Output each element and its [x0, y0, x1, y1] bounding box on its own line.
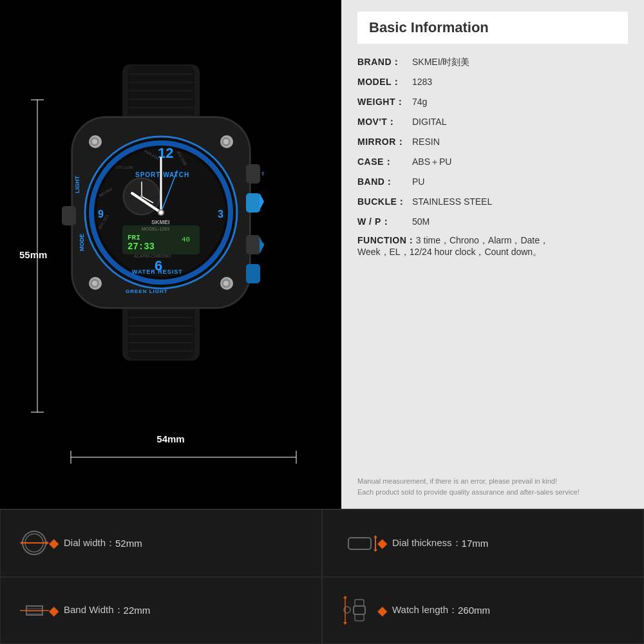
- svg-text:SPORT WATCH: SPORT WATCH: [135, 171, 189, 178]
- model-value: 1283: [412, 75, 432, 89]
- dial-thickness-label: Dial thickness：: [392, 537, 462, 549]
- info-row-mirror: MIRROR： RESIN: [357, 135, 628, 149]
- dial-width-label: Dial width：: [64, 537, 115, 549]
- movt-label: MOV'T：: [357, 115, 412, 129]
- watch-image: START RESET 12 6 9 3: [58, 64, 264, 361]
- brand-value: SKMEI/时刻美: [412, 55, 469, 69]
- width-dimension: 54mm: [156, 433, 184, 444]
- band-width-label: Band Width：: [64, 604, 124, 616]
- svg-text:40: 40: [182, 236, 190, 243]
- svg-rect-39: [246, 264, 260, 283]
- info-row-weight: WEIGHT： 74g: [357, 95, 628, 109]
- dial-width-icon: [20, 529, 49, 558]
- function-value: 3 time，Chrono，Alarm，Date，: [416, 235, 549, 247]
- svg-text:GREEN LIGHT: GREEN LIGHT: [126, 289, 168, 294]
- info-row-buckle: BUCKLE： STAINLESS STEEL: [357, 195, 628, 209]
- svg-text:MODEL-1283: MODEL-1283: [142, 227, 169, 231]
- spec-cell-watch-length: ◆ Watch length： 260mm: [322, 577, 644, 645]
- function-label: FUNCTION：: [357, 235, 416, 247]
- svg-rect-98: [354, 606, 365, 614]
- top-section: 55mm 54mm: [0, 0, 644, 509]
- svg-rect-36: [246, 164, 260, 184]
- wp-label: W / P：: [357, 215, 412, 229]
- svg-text:MODE: MODE: [79, 234, 85, 251]
- info-row-brand: BRAND： SKMEI/时刻美: [357, 55, 628, 69]
- dial-width-value: 52mm: [115, 538, 142, 549]
- info-row-function: FUNCTION： 3 time，Chrono，Alarm，Date， Week…: [357, 235, 628, 258]
- band-label: BAND：: [357, 175, 412, 189]
- watch-area: 55mm 54mm: [0, 0, 341, 509]
- buckle-value: STAINLESS STEEL: [412, 195, 492, 209]
- info-title-box: Basic Information: [357, 12, 628, 44]
- info-row-movt: MOV'T： DIGITAL: [357, 115, 628, 129]
- weight-value: 74g: [412, 95, 427, 109]
- spec-cell-dial-thickness: ◆ Dial thickness： 17mm: [322, 509, 644, 577]
- watch-length-value: 260mm: [458, 605, 490, 616]
- svg-marker-103: [343, 596, 347, 598]
- svg-point-58: [140, 195, 143, 198]
- svg-rect-99: [355, 600, 364, 606]
- svg-text:9: 9: [98, 209, 104, 220]
- buckle-label: BUCKLE：: [357, 195, 412, 209]
- svg-text:FRI: FRI: [128, 234, 140, 242]
- spec-cell-dial-width: ◆ Dial width： 52mm: [0, 509, 322, 577]
- svg-marker-43: [260, 193, 264, 210]
- note-line2: Each product sold to provide quality ass…: [357, 487, 628, 498]
- note-line1: Manual measurement, if there is an error…: [357, 476, 628, 487]
- brand-label: BRAND：: [357, 55, 412, 69]
- svg-rect-100: [355, 614, 364, 621]
- svg-marker-85: [20, 541, 23, 545]
- dial-thickness-icon: [342, 529, 377, 558]
- movt-value: DIGITAL: [412, 115, 446, 129]
- svg-marker-44: [260, 237, 264, 254]
- height-dimension: 55mm: [19, 249, 47, 260]
- weight-label: WEIGHT：: [357, 95, 412, 109]
- svg-text:START: START: [261, 171, 264, 176]
- spec-cell-band-width: ◆ Band Width： 22mm: [0, 577, 322, 645]
- svg-rect-40: [62, 206, 76, 225]
- svg-marker-104: [343, 622, 347, 625]
- case-label: CASE：: [357, 155, 412, 169]
- info-row-case: CASE： ABS＋PU: [357, 155, 628, 169]
- svg-text:UTC LON: UTC LON: [116, 166, 133, 169]
- watch-length-label: Watch length：: [392, 604, 458, 616]
- info-title: Basic Information: [369, 19, 489, 35]
- info-panel: Basic Information BRAND： SKMEI/时刻美 MODEL…: [341, 0, 644, 509]
- svg-rect-38: [246, 235, 260, 254]
- band-value: PU: [412, 175, 424, 189]
- svg-text:SKMEI: SKMEI: [151, 219, 170, 225]
- band-width-value: 22mm: [124, 605, 151, 616]
- mirror-value: RESIN: [412, 135, 440, 149]
- info-note: Manual measurement, if there is an error…: [357, 476, 628, 497]
- bottom-section: ◆ Dial width： 52mm ◆ Dial thickness： 17m…: [0, 509, 644, 644]
- info-row-wp: W / P： 50M: [357, 215, 628, 229]
- main-container: 55mm 54mm: [0, 0, 644, 644]
- info-row-model: MODEL： 1283: [357, 75, 628, 89]
- wp-value: 50M: [412, 215, 430, 229]
- svg-point-29: [223, 139, 229, 144]
- info-row-band: BAND： PU: [357, 175, 628, 189]
- dial-thickness-value: 17mm: [462, 538, 489, 549]
- svg-point-32: [92, 281, 97, 286]
- model-label: MODEL：: [357, 75, 412, 89]
- svg-text:WATER RESIST: WATER RESIST: [132, 269, 183, 275]
- mirror-label: MIRROR：: [357, 135, 412, 149]
- svg-text:ALARM-CHRONO: ALARM-CHRONO: [134, 254, 171, 258]
- band-width-icon: [20, 596, 49, 625]
- watch-length-icon: [342, 596, 377, 625]
- svg-point-35: [223, 281, 229, 286]
- svg-point-71: [159, 211, 163, 214]
- case-value: ABS＋PU: [412, 155, 451, 169]
- svg-text:27:33: 27:33: [128, 242, 155, 252]
- svg-rect-37: [246, 193, 260, 213]
- svg-rect-87: [348, 538, 371, 549]
- function-value-2: Week，EL，12/24 hour clock，Count down。: [357, 247, 542, 257]
- svg-point-26: [92, 139, 97, 144]
- svg-text:3: 3: [218, 209, 223, 220]
- svg-text:LIGHT: LIGHT: [74, 176, 80, 193]
